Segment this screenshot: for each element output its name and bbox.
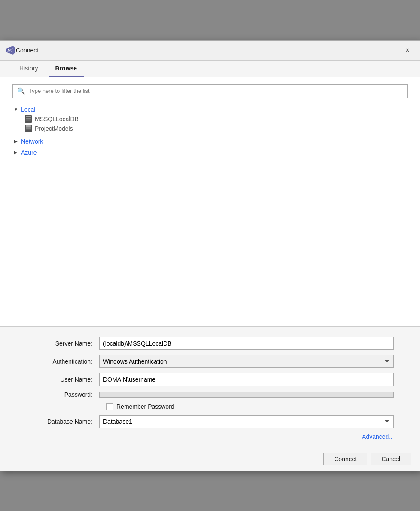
title-bar: V Connect × bbox=[0, 41, 420, 61]
username-row: User Name: bbox=[26, 373, 394, 386]
azure-toggle-icon: ▶ bbox=[12, 149, 19, 156]
db-icon-mssql bbox=[24, 115, 32, 123]
network-label: Network bbox=[21, 138, 43, 145]
close-button[interactable]: × bbox=[401, 43, 414, 57]
server-name-input[interactable] bbox=[99, 337, 394, 350]
browse-content: 🔍 ▼ Local bbox=[0, 77, 420, 327]
list-item[interactable]: ProjectModels bbox=[24, 124, 408, 133]
server-name-label: Server Name: bbox=[26, 340, 99, 347]
list-item[interactable]: MSSQLLocalDB bbox=[24, 114, 408, 124]
svg-rect-4 bbox=[26, 119, 31, 121]
database-row: Database Name: Database1 bbox=[26, 415, 394, 428]
mssqllocaldb-label: MSSQLLocalDB bbox=[35, 116, 79, 122]
connect-dialog: V Connect × History Browse 🔍 ▼ Local bbox=[0, 40, 420, 471]
password-row: Password: bbox=[26, 391, 394, 398]
tabs-bar: History Browse bbox=[0, 61, 420, 77]
dialog-footer: Connect Cancel bbox=[0, 447, 420, 471]
remember-label: Remember Password bbox=[116, 403, 174, 410]
projectmodels-label: ProjectModels bbox=[35, 125, 73, 132]
password-label: Password: bbox=[26, 391, 99, 398]
username-input[interactable] bbox=[99, 373, 394, 386]
server-name-row: Server Name: bbox=[26, 337, 394, 350]
cancel-button[interactable]: Cancel bbox=[371, 453, 411, 465]
svg-rect-8 bbox=[26, 129, 31, 130]
auth-select[interactable]: Windows Authentication SQL Server Authen… bbox=[99, 355, 394, 368]
dialog-title: Connect bbox=[16, 47, 401, 54]
local-children: MSSQLLocalDB ProjectModels bbox=[24, 114, 408, 133]
azure-label: Azure bbox=[21, 149, 37, 156]
connect-button[interactable]: Connect bbox=[323, 453, 367, 465]
svg-rect-7 bbox=[26, 127, 31, 129]
advanced-row: Advanced... bbox=[26, 433, 394, 440]
tree-network[interactable]: ▶ Network bbox=[12, 137, 408, 146]
local-toggle-icon: ▼ bbox=[12, 106, 19, 113]
filter-box[interactable]: 🔍 bbox=[12, 84, 408, 98]
server-tree: ▼ Local MSSQLLocalDB bbox=[12, 105, 408, 157]
network-toggle-icon: ▶ bbox=[12, 138, 19, 145]
advanced-link[interactable]: Advanced... bbox=[362, 433, 394, 440]
tree-local[interactable]: ▼ Local bbox=[12, 105, 408, 114]
remember-row: Remember Password bbox=[106, 403, 394, 410]
tab-history[interactable]: History bbox=[12, 61, 45, 77]
connection-form: Server Name: Authentication: Windows Aut… bbox=[0, 327, 420, 447]
svg-text:V: V bbox=[8, 49, 11, 53]
search-icon: 🔍 bbox=[17, 87, 25, 95]
database-select[interactable]: Database1 bbox=[99, 415, 394, 428]
tree-azure[interactable]: ▶ Azure bbox=[12, 148, 408, 157]
svg-rect-6 bbox=[26, 125, 31, 127]
password-field bbox=[99, 392, 394, 398]
filter-input[interactable] bbox=[29, 88, 403, 94]
db-icon-projectmodels bbox=[24, 125, 32, 132]
local-label: Local bbox=[21, 106, 35, 113]
auth-label: Authentication: bbox=[26, 358, 99, 365]
remember-checkbox[interactable] bbox=[106, 403, 113, 410]
svg-rect-2 bbox=[26, 116, 31, 117]
tab-browse[interactable]: Browse bbox=[49, 61, 84, 77]
svg-rect-3 bbox=[26, 118, 31, 119]
username-label: User Name: bbox=[26, 376, 99, 383]
auth-row: Authentication: Windows Authentication S… bbox=[26, 355, 394, 368]
vs-logo-icon: V bbox=[6, 45, 16, 55]
database-label: Database Name: bbox=[26, 418, 99, 425]
